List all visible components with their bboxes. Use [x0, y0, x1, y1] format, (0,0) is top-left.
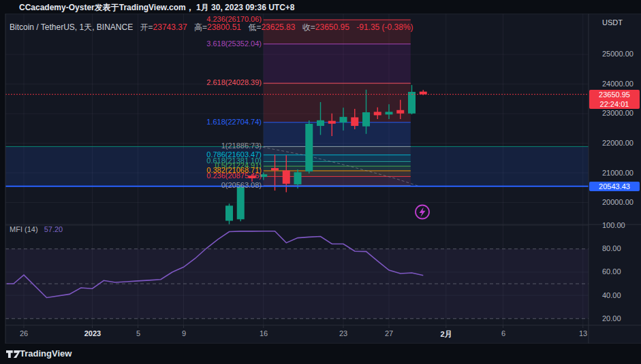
tradingview-snapshot: Bitcoin / TetherUS, 1天, BINANCE 开=23743.… — [0, 0, 641, 364]
fib-band — [264, 146, 411, 154]
fib-retracement[interactable] — [264, 20, 411, 186]
tradingview-logo-icon[interactable] — [6, 349, 21, 359]
candle-body — [396, 110, 404, 114]
candle-body — [260, 174, 267, 177]
candle-body — [283, 171, 290, 184]
fib-band — [264, 166, 411, 171]
fib-band — [264, 122, 411, 147]
candle-body — [317, 120, 324, 126]
candle-body — [351, 117, 358, 126]
fib-band — [264, 161, 411, 166]
candle-body — [386, 112, 393, 114]
fib-band — [264, 44, 411, 84]
fib-band — [264, 20, 411, 44]
candle-body — [305, 124, 313, 171]
candle-body — [249, 176, 256, 178]
candle-body — [374, 112, 381, 115]
logo-bar: TradingView — [0, 344, 641, 364]
attribution-link[interactable]: CCacademy-Oyster发表于TradingView.com， 1月 3… — [19, 2, 295, 14]
candle-body — [294, 172, 302, 184]
fib-band — [264, 155, 411, 162]
candle-body — [420, 92, 427, 95]
candle-body — [271, 168, 279, 170]
candle-body — [225, 205, 233, 220]
chart-canvas[interactable] — [0, 0, 641, 364]
candle-body — [237, 186, 245, 219]
attribution-bar: CCacademy-Oyster发表于TradingView.com， 1月 3… — [0, 0, 641, 14]
candle-body — [408, 92, 416, 114]
candle-body — [328, 121, 336, 124]
candle-body — [340, 117, 347, 122]
tradingview-logo-text[interactable]: TradingView — [20, 348, 72, 359]
candle-body — [362, 112, 370, 127]
